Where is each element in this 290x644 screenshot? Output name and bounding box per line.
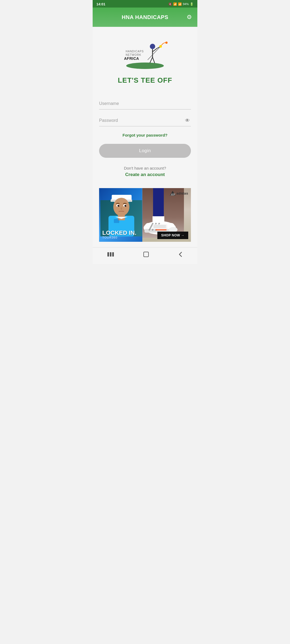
svg-line-6 — [150, 57, 153, 63]
no-account-text: Don't have an account? — [124, 166, 166, 170]
svg-point-8 — [165, 42, 168, 44]
app-header-title: HNA HANDICAPS — [122, 14, 168, 20]
username-input[interactable] — [99, 98, 191, 109]
logo-image: HANDICAPS NETWORK AFRICA — [121, 38, 169, 72]
password-input[interactable] — [99, 115, 191, 126]
battery-icon: 🔋 — [190, 2, 194, 6]
svg-point-22 — [118, 205, 119, 207]
svg-rect-50 — [112, 252, 114, 257]
svg-text:AFRICA: AFRICA — [124, 56, 139, 61]
svg-rect-48 — [107, 252, 109, 257]
svg-point-23 — [125, 205, 126, 207]
svg-point-1 — [150, 44, 155, 49]
status-icons: 🔇 📶 📶 94% 🔋 — [168, 2, 194, 6]
svg-rect-26 — [114, 219, 119, 223]
main-content: HANDICAPS NETWORK AFRICA LET'S TEE OFF 👁… — [93, 27, 197, 247]
svg-point-0 — [126, 63, 164, 69]
svg-point-9 — [159, 45, 162, 48]
login-form: 👁 Forgot your password? Login — [99, 98, 191, 166]
tagline: LET'S TEE OFF — [118, 76, 172, 85]
tour360-text: TOUR360 — [102, 236, 139, 239]
adidas-brand-text: adidas — [176, 191, 188, 195]
forgot-password-link[interactable]: Forgot your password? — [99, 133, 191, 137]
username-input-group — [99, 98, 191, 109]
shop-now-button[interactable]: SHOP NOW → — [157, 232, 188, 239]
locked-in-text: LOCKED IN. — [102, 230, 139, 236]
status-bar: 14:01 🔇 📶 📶 94% 🔋 — [93, 0, 197, 8]
nav-menu-button[interactable] — [107, 252, 114, 259]
password-input-group: 👁 — [99, 115, 191, 126]
status-time: 14:01 — [96, 2, 105, 6]
mute-icon: 🔇 — [168, 2, 172, 6]
svg-text:HANDICAPS: HANDICAPS — [126, 50, 144, 53]
ad-left-text: LOCKED IN. TOUR360 — [99, 227, 142, 242]
svg-rect-29 — [153, 188, 164, 218]
ad-banner: LOCKED IN. TOUR360 — [99, 188, 191, 242]
nav-back-button[interactable] — [178, 251, 183, 259]
battery-percentage: 94% — [183, 2, 189, 6]
settings-button[interactable]: ⚙ — [187, 14, 192, 21]
ad-right[interactable]: adidas SHOP NOW → — [142, 188, 191, 242]
wifi-icon: 📶 — [173, 2, 177, 6]
gear-icon: ⚙ — [187, 14, 192, 20]
nav-home-button[interactable] — [143, 251, 149, 259]
ad-left[interactable]: LOCKED IN. TOUR360 — [99, 188, 142, 242]
create-account-link[interactable]: Create an account — [125, 172, 165, 177]
svg-text:NETWORK: NETWORK — [126, 53, 141, 56]
svg-rect-49 — [110, 252, 111, 257]
logo-area: HANDICAPS NETWORK AFRICA LET'S TEE OFF — [118, 38, 172, 85]
svg-rect-39 — [153, 224, 167, 229]
bottom-nav — [93, 247, 197, 264]
login-button[interactable]: Login — [99, 144, 191, 158]
svg-line-7 — [153, 57, 155, 63]
adidas-logo: adidas — [170, 191, 188, 196]
app-header: HNA HANDICAPS ⚙ — [93, 8, 197, 27]
password-toggle-icon[interactable]: 👁 — [185, 118, 190, 123]
signal-icon: 📶 — [178, 2, 182, 6]
svg-rect-51 — [144, 252, 148, 257]
